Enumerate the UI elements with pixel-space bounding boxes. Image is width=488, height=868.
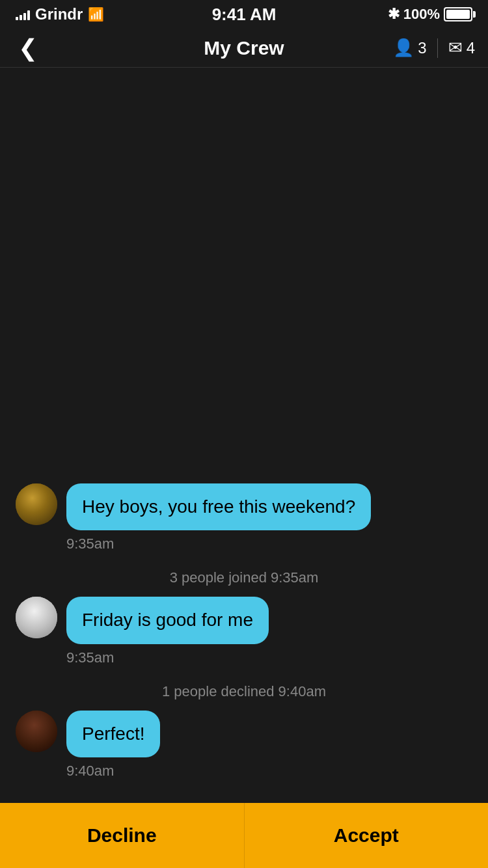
messages-count: 4 — [467, 39, 475, 57]
message-row: Perfect! — [16, 711, 472, 757]
bottom-bar: Decline Accept — [0, 803, 488, 868]
message-timestamp: 9:35am — [66, 536, 472, 552]
avatar — [16, 711, 57, 752]
members-icon: 👤 — [393, 38, 414, 58]
messages-icon: ✉ — [448, 38, 463, 58]
message-text: Hey boys, you free this weekend? — [82, 496, 355, 517]
system-message: 1 people declined 9:40am — [16, 683, 472, 700]
system-message: 3 people joined 9:35am — [16, 569, 472, 586]
status-left: Grindr 📶 — [16, 5, 104, 23]
avatar — [16, 483, 57, 525]
status-right: ✱ 100% — [388, 6, 472, 23]
message-text: Friday is good for me — [82, 610, 253, 630]
status-time: 9:41 AM — [212, 5, 277, 25]
message-row: Friday is good for me — [16, 597, 472, 644]
status-bar: Grindr 📶 9:41 AM ✱ 100% — [0, 0, 488, 29]
battery-percent: 100% — [403, 6, 440, 23]
page-title: My Crew — [204, 37, 284, 59]
message-row: Hey boys, you free this weekend? — [16, 483, 472, 530]
members-group[interactable]: 👤 3 — [393, 38, 426, 58]
wifi-icon: 📶 — [88, 7, 104, 22]
message-bubble: Friday is good for me — [66, 597, 269, 644]
decline-button[interactable]: Decline — [0, 803, 245, 868]
chat-area: Hey boys, you free this weekend? 9:35am … — [0, 68, 488, 803]
battery-icon — [444, 7, 472, 21]
message-timestamp: 9:40am — [66, 763, 472, 780]
message-bubble: Hey boys, you free this weekend? — [66, 483, 371, 530]
message-bubble: Perfect! — [66, 711, 160, 757]
signal-icon — [16, 8, 30, 20]
carrier-label: Grindr — [35, 5, 83, 23]
messages-group[interactable]: ✉ 4 — [448, 38, 475, 58]
nav-bar: ❮ My Crew 👤 3 ✉ 4 — [0, 29, 488, 68]
accept-button[interactable]: Accept — [245, 803, 489, 868]
avatar — [16, 597, 57, 638]
bluetooth-icon: ✱ — [388, 6, 400, 23]
nav-right: 👤 3 ✉ 4 — [393, 38, 475, 58]
back-button[interactable]: ❮ — [13, 29, 43, 67]
members-count: 3 — [418, 39, 426, 57]
message-timestamp: 9:35am — [66, 649, 472, 666]
nav-divider — [437, 38, 438, 58]
message-text: Perfect! — [82, 724, 144, 744]
